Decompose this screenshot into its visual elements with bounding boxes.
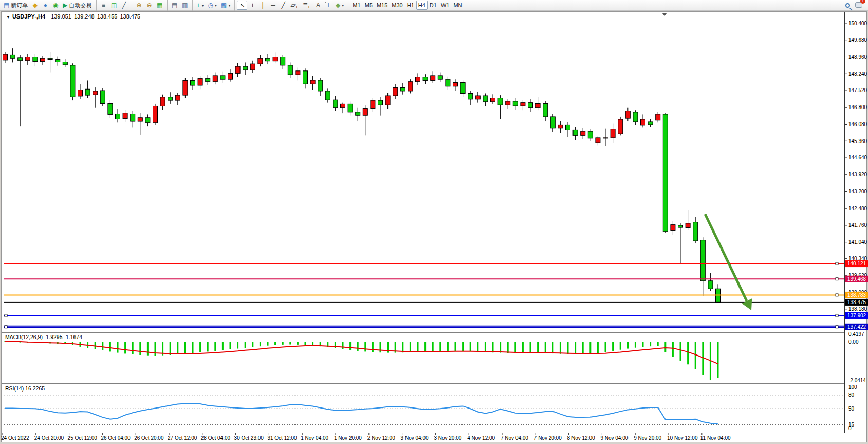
rsi-line: [5, 403, 718, 424]
svg-text:138.180: 138.180: [848, 306, 867, 312]
candlesticks: [3, 48, 721, 303]
time-axis: 24 Oct 202224 Oct 20:0025 Oct 12:0026 Oc…: [1, 433, 731, 441]
svg-text:145.360: 145.360: [848, 138, 867, 144]
svg-text:100: 100: [848, 384, 857, 390]
svg-text:138.783: 138.783: [847, 292, 866, 298]
svg-text:141.040: 141.040: [848, 239, 867, 245]
symbol-period: USDJPY-,H4: [12, 13, 45, 20]
symbol-dropdown-icon[interactable]: ▼: [6, 15, 10, 20]
macd-histogram: [5, 341, 719, 380]
svg-text:150.400: 150.400: [848, 21, 867, 26]
horizontal-line-140-121[interactable]: 140.121: [4, 260, 868, 267]
svg-text:141.760: 141.760: [848, 222, 867, 228]
svg-text:0.4197: 0.4197: [848, 331, 864, 337]
macd-signal-line: [5, 341, 718, 364]
svg-text:11 Nov 04:00: 11 Nov 04:00: [700, 435, 731, 441]
svg-text:30 Oct 23:00: 30 Oct 23:00: [234, 435, 264, 441]
svg-text:2 Nov 12:00: 2 Nov 12:00: [367, 435, 395, 441]
svg-text:7 Nov 04:00: 7 Nov 04:00: [501, 435, 528, 441]
ohlc-low: 138.455: [97, 13, 118, 20]
svg-text:4 Nov 12:00: 4 Nov 12:00: [467, 435, 495, 441]
horizontal-line-137-422[interactable]: 137.422: [4, 324, 868, 330]
svg-text:143.200: 143.200: [848, 189, 867, 194]
price-axis: 150.400149.680148.960148.240147.520146.8…: [844, 21, 867, 329]
svg-text:137.902: 137.902: [847, 313, 866, 318]
chart-shift-marker-icon[interactable]: [662, 13, 667, 16]
ohlc-close: 138.475: [120, 13, 140, 20]
svg-text:137.422: 137.422: [847, 324, 866, 330]
svg-text:144.640: 144.640: [848, 155, 867, 161]
svg-text:148.240: 148.240: [848, 71, 867, 77]
svg-text:0.00: 0.00: [848, 339, 859, 345]
svg-text:50: 50: [848, 406, 855, 412]
svg-text:-2.0414: -2.0414: [848, 378, 866, 383]
svg-text:149.680: 149.680: [848, 37, 867, 43]
horizontal-line-138-783[interactable]: 138.783: [4, 292, 868, 298]
chart-title: ▼USDJPY-,H4139.051139.248138.455138.475: [6, 13, 140, 20]
svg-text:27 Oct 12:00: 27 Oct 12:00: [168, 435, 197, 441]
svg-text:147.520: 147.520: [848, 87, 867, 93]
svg-text:80: 80: [848, 392, 855, 398]
rsi-label: RSI(14) 16.2265: [5, 385, 45, 392]
rsi-levels: 1008050150: [4, 384, 857, 431]
svg-text:0: 0: [848, 425, 852, 431]
svg-text:28 Oct 04:00: 28 Oct 04:00: [201, 435, 231, 441]
svg-text:9 Nov 04:00: 9 Nov 04:00: [600, 435, 628, 441]
macd-axis: 0.41970.00-2.0414: [848, 331, 866, 383]
svg-text:143.920: 143.920: [848, 172, 867, 177]
svg-text:26 Oct 04:00: 26 Oct 04:00: [101, 435, 131, 441]
svg-text:3 Nov 04:00: 3 Nov 04:00: [401, 435, 429, 441]
chart-canvas[interactable]: 150.400149.680148.960148.240147.520146.8…: [0, 0, 868, 444]
annotation-arrow[interactable]: [705, 214, 752, 310]
svg-text:10 Nov 12:00: 10 Nov 12:00: [667, 435, 698, 441]
svg-text:146.080: 146.080: [848, 121, 867, 127]
svg-text:1 Nov 04:00: 1 Nov 04:00: [301, 435, 328, 441]
horizontal-line-137-902[interactable]: 137.902: [4, 312, 868, 319]
svg-text:26 Oct 20:00: 26 Oct 20:00: [134, 435, 164, 441]
svg-text:3 Nov 20:00: 3 Nov 20:00: [434, 435, 461, 441]
svg-text:148.960: 148.960: [848, 54, 867, 60]
svg-text:24 Oct 2022: 24 Oct 2022: [1, 435, 29, 441]
ohlc-high: 139.248: [74, 13, 95, 20]
svg-text:31 Oct 12:00: 31 Oct 12:00: [267, 435, 297, 441]
svg-text:142.480: 142.480: [848, 206, 867, 211]
svg-text:139.468: 139.468: [847, 276, 866, 282]
svg-text:8 Nov 12:00: 8 Nov 12:00: [567, 435, 595, 441]
svg-text:7 Nov 20:00: 7 Nov 20:00: [534, 435, 562, 441]
svg-text:140.121: 140.121: [847, 261, 866, 267]
current-price-line: 138.475: [4, 299, 868, 306]
ohlc-open: 139.051: [51, 13, 71, 20]
svg-text:138.475: 138.475: [847, 299, 866, 305]
svg-text:25 Oct 12:00: 25 Oct 12:00: [68, 435, 98, 441]
svg-text:1 Nov 20:00: 1 Nov 20:00: [334, 435, 362, 441]
svg-text:24 Oct 20:00: 24 Oct 20:00: [34, 435, 64, 441]
svg-text:146.800: 146.800: [848, 104, 867, 110]
macd-label: MACD(12,26,9) -1.9295 -1.1674: [5, 334, 82, 340]
svg-text:9 Nov 20:00: 9 Nov 20:00: [634, 435, 661, 441]
